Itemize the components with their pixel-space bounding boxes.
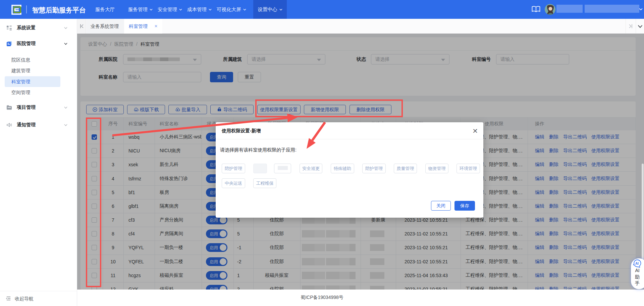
svg-text:AI: AI <box>635 262 639 265</box>
